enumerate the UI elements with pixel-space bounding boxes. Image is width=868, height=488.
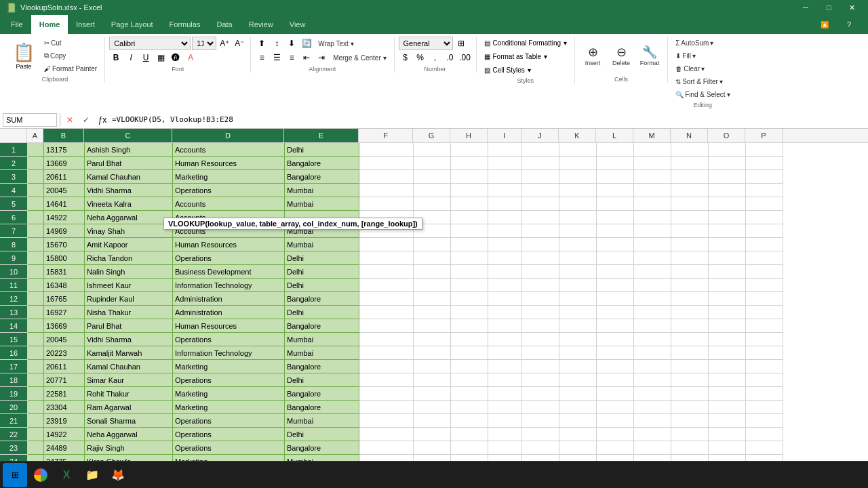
- cell-empty-22-3[interactable]: [488, 428, 522, 441]
- cell-empty-22-0[interactable]: [359, 428, 414, 441]
- cell-empty-13-0[interactable]: [359, 306, 414, 319]
- taskbar-chrome-icon[interactable]: [28, 463, 53, 487]
- bold-button[interactable]: B: [109, 51, 123, 64]
- cell-C2[interactable]: Parul Bhat: [85, 157, 173, 170]
- ribbon-collapse-button[interactable]: 🔼: [814, 17, 835, 32]
- cell-empty-23-3[interactable]: [488, 441, 522, 455]
- cell-empty-11-1[interactable]: [414, 279, 451, 292]
- col-header-O[interactable]: O: [708, 129, 745, 142]
- cell-empty-2-9[interactable]: [709, 157, 746, 170]
- cell-empty-14-1[interactable]: [414, 319, 451, 333]
- cell-empty-2-8[interactable]: [671, 157, 709, 170]
- format-button[interactable]: 🔧 Format: [636, 37, 663, 75]
- row-header-3[interactable]: 3: [0, 170, 27, 184]
- cell-empty-21-9[interactable]: [709, 414, 746, 428]
- cell-empty-12-9[interactable]: [709, 292, 746, 306]
- cell-B17[interactable]: 20611: [44, 360, 85, 373]
- cell-empty-21-10[interactable]: [746, 414, 783, 428]
- cell-empty-4-5[interactable]: [559, 184, 597, 197]
- cell-empty-2-6[interactable]: [597, 157, 634, 170]
- cell-C16[interactable]: Kamaljit Marwah: [85, 346, 173, 360]
- help-button[interactable]: ?: [838, 17, 860, 32]
- cell-empty-19-8[interactable]: [671, 387, 709, 401]
- cell-empty-1-0[interactable]: [359, 143, 414, 157]
- cell-A21[interactable]: [28, 414, 44, 428]
- cell-empty-13-6[interactable]: [597, 306, 634, 319]
- cell-empty-6-5[interactable]: [559, 211, 597, 224]
- cell-empty-21-5[interactable]: [559, 414, 597, 428]
- cell-empty-18-9[interactable]: [709, 373, 746, 387]
- row-header-20[interactable]: 20: [0, 401, 27, 414]
- col-header-K[interactable]: K: [559, 129, 596, 142]
- cell-empty-12-6[interactable]: [597, 292, 634, 306]
- cell-B2[interactable]: 13669: [44, 157, 85, 170]
- col-header-P[interactable]: P: [745, 129, 783, 142]
- cell-empty-7-10[interactable]: [746, 224, 783, 238]
- cell-empty-8-10[interactable]: [746, 238, 783, 251]
- cell-empty-12-10[interactable]: [746, 292, 783, 306]
- cell-empty-18-2[interactable]: [451, 373, 488, 387]
- cell-A11[interactable]: [28, 279, 44, 292]
- cell-empty-9-7[interactable]: [634, 251, 671, 265]
- cell-empty-22-6[interactable]: [597, 428, 634, 441]
- col-header-C[interactable]: C: [84, 129, 172, 142]
- cell-empty-19-2[interactable]: [451, 387, 488, 401]
- cell-A10[interactable]: [28, 265, 44, 279]
- cell-A20[interactable]: [28, 401, 44, 414]
- taskbar-excel-icon[interactable]: X: [54, 463, 79, 487]
- tab-formulas[interactable]: Formulas: [161, 15, 209, 34]
- cell-B15[interactable]: 20045: [44, 333, 85, 346]
- cell-empty-13-9[interactable]: [709, 306, 746, 319]
- cell-B22[interactable]: 14922: [44, 428, 85, 441]
- cell-empty-20-8[interactable]: [671, 401, 709, 414]
- cell-empty-16-1[interactable]: [414, 346, 451, 360]
- cell-empty-13-1[interactable]: [414, 306, 451, 319]
- cell-empty-21-0[interactable]: [359, 414, 414, 428]
- cell-empty-8-0[interactable]: [359, 238, 414, 251]
- cell-empty-9-6[interactable]: [597, 251, 634, 265]
- cell-empty-10-9[interactable]: [709, 265, 746, 279]
- cell-empty-24-2[interactable]: [451, 455, 488, 461]
- row-header-4[interactable]: 4: [0, 184, 27, 197]
- number-expand-button[interactable]: ⊞: [454, 37, 468, 50]
- row-header-23[interactable]: 23: [0, 441, 27, 455]
- cell-E21[interactable]: Mumbai: [285, 414, 359, 428]
- cell-empty-1-6[interactable]: [597, 143, 634, 157]
- align-top-button[interactable]: ⬆: [255, 37, 269, 50]
- cell-empty-3-2[interactable]: [451, 170, 488, 184]
- cell-empty-24-9[interactable]: [709, 455, 746, 461]
- cell-B21[interactable]: 23919: [44, 414, 85, 428]
- cell-empty-2-3[interactable]: [488, 157, 522, 170]
- cell-empty-8-9[interactable]: [709, 238, 746, 251]
- cell-empty-18-3[interactable]: [488, 373, 522, 387]
- cell-C3[interactable]: Kamal Chauhan: [85, 170, 173, 184]
- cell-empty-24-8[interactable]: [671, 455, 709, 461]
- cell-empty-1-9[interactable]: [709, 143, 746, 157]
- insert-button[interactable]: ⊕ Insert: [579, 37, 606, 75]
- cell-empty-16-3[interactable]: [488, 346, 522, 360]
- number-format-select[interactable]: General Number Currency: [399, 37, 453, 50]
- cell-B11[interactable]: 16348: [44, 279, 85, 292]
- cell-empty-9-1[interactable]: [414, 251, 451, 265]
- cell-empty-9-8[interactable]: [671, 251, 709, 265]
- cell-empty-5-9[interactable]: [709, 197, 746, 211]
- cell-E14[interactable]: Bangalore: [285, 319, 359, 333]
- cell-A5[interactable]: [28, 197, 44, 211]
- cell-B16[interactable]: 20223: [44, 346, 85, 360]
- cell-empty-14-7[interactable]: [634, 319, 671, 333]
- cell-empty-14-4[interactable]: [522, 319, 559, 333]
- cell-empty-20-3[interactable]: [488, 401, 522, 414]
- cell-empty-4-10[interactable]: [746, 184, 783, 197]
- cell-empty-14-5[interactable]: [559, 319, 597, 333]
- cell-empty-4-2[interactable]: [451, 184, 488, 197]
- underline-button[interactable]: U: [139, 51, 153, 64]
- cell-empty-17-9[interactable]: [709, 360, 746, 373]
- cell-empty-11-8[interactable]: [671, 279, 709, 292]
- cell-empty-12-0[interactable]: [359, 292, 414, 306]
- row-header-14[interactable]: 14: [0, 319, 27, 333]
- cell-D23[interactable]: Operations: [173, 441, 285, 455]
- align-right-button[interactable]: ≡: [285, 51, 298, 64]
- cell-E11[interactable]: Delhi: [285, 279, 359, 292]
- row-header-9[interactable]: 9: [0, 251, 27, 265]
- cell-empty-13-2[interactable]: [451, 306, 488, 319]
